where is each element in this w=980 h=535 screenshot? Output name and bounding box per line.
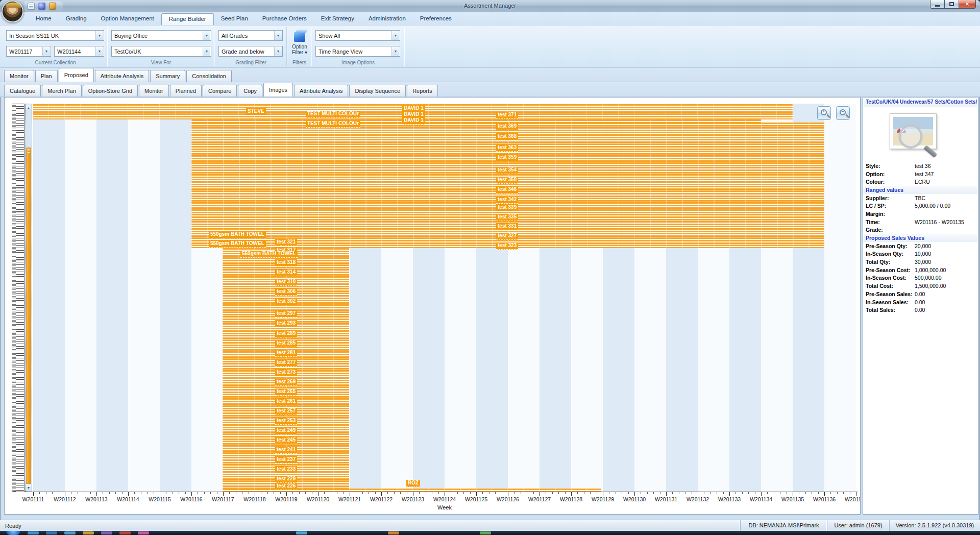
range-bar-label-chip[interactable]: test 331 bbox=[496, 223, 518, 230]
subtab-planned[interactable]: Planned bbox=[170, 85, 202, 96]
season-combobox[interactable]: In Season SS11 UK ▾ bbox=[6, 30, 104, 41]
range-bar-label-chip[interactable]: test 369 bbox=[496, 123, 518, 130]
range-bar-label-chip[interactable]: test 285 bbox=[275, 340, 297, 347]
range-bar-label-chip[interactable]: test 323 bbox=[496, 242, 518, 250]
dropdown-arrow-icon[interactable]: ▾ bbox=[203, 31, 210, 40]
ribbon-tab-home[interactable]: Home bbox=[29, 12, 59, 25]
close-button[interactable]: × bbox=[959, 0, 976, 9]
range-bar-label-chip[interactable]: test 277 bbox=[275, 359, 297, 367]
range-bar-label-chip[interactable]: test 354 bbox=[496, 167, 518, 174]
ribbon-tab-seed-plan[interactable]: Seed Plan bbox=[214, 12, 255, 25]
dropdown-arrow-icon[interactable]: ▾ bbox=[274, 47, 282, 56]
subtab-copy[interactable]: Copy bbox=[238, 85, 262, 96]
range-bar-label-chip[interactable]: test 339 bbox=[496, 204, 518, 211]
taskbar-icon[interactable] bbox=[296, 531, 307, 534]
subtab-merch-plan[interactable]: Merch Plan bbox=[42, 85, 82, 96]
show-filter-combobox[interactable]: Show All ▾ bbox=[315, 30, 400, 41]
range-bar-label-chip[interactable]: test 335 bbox=[496, 214, 518, 221]
taskbar-icon[interactable] bbox=[138, 531, 149, 534]
range-bar-label-chip[interactable]: test 310 bbox=[275, 279, 297, 286]
option-filter-button[interactable]: Option Filter ▾ bbox=[289, 29, 310, 61]
dropdown-arrow-icon[interactable]: ▾ bbox=[42, 47, 50, 56]
range-bar-label-chip[interactable]: test 245 bbox=[275, 437, 297, 444]
range-bar-label-chip[interactable]: test 265 bbox=[275, 388, 297, 396]
grade-mode-combobox[interactable]: Grade and below ▾ bbox=[218, 46, 283, 57]
user-avatar[interactable] bbox=[2, 1, 23, 22]
tab-proposed[interactable]: Proposed bbox=[59, 68, 94, 82]
ribbon-tab-administration[interactable]: Administration bbox=[361, 12, 413, 25]
range-bar-label-chip[interactable]: test 318 bbox=[275, 259, 297, 266]
tab-plan[interactable]: Plan bbox=[35, 70, 58, 82]
range-bar-label-chip[interactable]: test 368 bbox=[496, 133, 518, 140]
range-bar-label-chip[interactable]: 550gsm BATH TOWEL bbox=[240, 251, 298, 258]
subtab-display-sequence[interactable]: Display Sequence bbox=[349, 85, 406, 96]
range-bar-label-chip[interactable]: test 350 bbox=[496, 177, 518, 184]
subtab-attribute-analysis[interactable]: Attribute Analysis bbox=[294, 85, 348, 96]
range-bar-label-chip[interactable]: test 249 bbox=[275, 427, 297, 434]
titlebar[interactable]: Assortment Manager × bbox=[0, 0, 980, 12]
dropdown-arrow-icon[interactable]: ▾ bbox=[391, 31, 399, 40]
taskbar-icon[interactable] bbox=[119, 531, 131, 534]
range-bar-label-chip[interactable]: test 346 bbox=[496, 186, 518, 193]
taskbar-icon[interactable] bbox=[83, 531, 94, 534]
range-bar-label-chip[interactable]: TEST MULTI COLOUr bbox=[306, 111, 360, 118]
range-bar-label-chip[interactable]: test 297 bbox=[275, 310, 297, 318]
dropdown-arrow-icon[interactable]: ▾ bbox=[203, 47, 210, 56]
tab-monitor[interactable]: Monitor bbox=[4, 70, 34, 82]
minimize-button[interactable] bbox=[930, 0, 945, 9]
range-bar-label-chip[interactable]: test 293 bbox=[275, 320, 297, 327]
scroll-down-icon[interactable]: ▼ bbox=[26, 484, 31, 491]
scroll-up-icon[interactable]: ▲ bbox=[26, 105, 31, 111]
range-bar-label-chip[interactable]: ROZ bbox=[406, 480, 420, 487]
dropdown-arrow-icon[interactable]: ▾ bbox=[95, 47, 103, 56]
range-bar-label-chip[interactable]: test 321 bbox=[275, 239, 297, 246]
range-bar-label-chip[interactable]: TEST MULTI COLOUr bbox=[306, 120, 360, 128]
range-bar-label-chip[interactable]: test 229 bbox=[275, 476, 297, 483]
range-bar-label-chip[interactable]: test 314 bbox=[275, 269, 297, 276]
range-bar-label-chip[interactable]: test 269 bbox=[275, 379, 297, 386]
zoom-in-button[interactable]: + bbox=[817, 106, 831, 120]
ribbon-tab-range-builder[interactable]: Range Builder bbox=[161, 13, 214, 25]
range-bar-label-chip[interactable]: test 253 bbox=[275, 418, 297, 425]
view-entity-combobox[interactable]: TestCo/UK ▾ bbox=[111, 46, 211, 57]
range-bar-label-chip[interactable]: 550gsm BATH TOWEL bbox=[209, 231, 266, 238]
range-bar-label-chip[interactable]: test 257 bbox=[275, 408, 297, 415]
range-bar-label-chip[interactable]: test 261 bbox=[275, 398, 297, 405]
ribbon-tab-preferences[interactable]: Preferences bbox=[413, 12, 459, 25]
zoom-out-button[interactable]: − bbox=[836, 106, 850, 120]
taskbar-icon[interactable] bbox=[480, 531, 491, 534]
range-bar-label-chip[interactable]: test 273 bbox=[275, 369, 297, 376]
week-from-combobox[interactable]: W201117 ▾ bbox=[6, 46, 51, 57]
range-bar-label-chip[interactable]: test 306 bbox=[275, 288, 297, 296]
ribbon-tab-purchase-orders[interactable]: Purchase Orders bbox=[255, 12, 314, 25]
taskbar[interactable] bbox=[0, 531, 980, 535]
range-bar-label-chip[interactable]: 550gsm BATH TOWEL bbox=[209, 240, 266, 248]
taskbar-icon[interactable] bbox=[388, 531, 399, 534]
range-bar-label-chip[interactable]: STEVE bbox=[246, 108, 266, 115]
range-bar-label-chip[interactable]: test 363 bbox=[496, 144, 518, 152]
tab-summary[interactable]: Summary bbox=[150, 70, 185, 82]
range-bar-label-chip[interactable]: test 237 bbox=[275, 456, 297, 464]
range-bar-label-chip[interactable]: test 302 bbox=[275, 298, 297, 305]
range-bar-label-chip[interactable]: test 327 bbox=[496, 233, 518, 240]
view-mode-combobox[interactable]: Time Range View ▾ bbox=[315, 46, 400, 57]
vertical-scrollbar[interactable]: ▲ ▼ bbox=[25, 104, 32, 492]
subtab-compare[interactable]: Compare bbox=[203, 85, 237, 96]
range-bar-label-chip[interactable]: test 342 bbox=[496, 197, 518, 204]
maximize-button[interactable] bbox=[945, 0, 959, 9]
scrollbar-thumb[interactable] bbox=[26, 148, 31, 484]
taskbar-icon[interactable] bbox=[28, 531, 39, 534]
range-bar-label-chip[interactable]: test 233 bbox=[275, 466, 297, 473]
range-bar-label-chip[interactable]: test 226 bbox=[275, 483, 297, 490]
subtab-reports[interactable]: Reports bbox=[407, 85, 438, 96]
dropdown-arrow-icon[interactable]: ▾ bbox=[274, 31, 282, 40]
range-bar-label-chip[interactable]: test 371 bbox=[496, 112, 518, 119]
range-bar-label-chip[interactable]: test 241 bbox=[275, 447, 297, 454]
taskbar-icon[interactable] bbox=[64, 531, 76, 534]
range-bar-label-chip[interactable]: test 281 bbox=[275, 350, 297, 357]
tab-consolidation[interactable]: Consolidation bbox=[186, 70, 232, 82]
taskbar-icon[interactable] bbox=[101, 531, 112, 534]
subtab-monitor[interactable]: Monitor bbox=[139, 85, 169, 96]
ribbon-tab-exit-strategy[interactable]: Exit Strategy bbox=[314, 12, 361, 25]
week-to-combobox[interactable]: W201144 ▾ bbox=[54, 46, 104, 57]
